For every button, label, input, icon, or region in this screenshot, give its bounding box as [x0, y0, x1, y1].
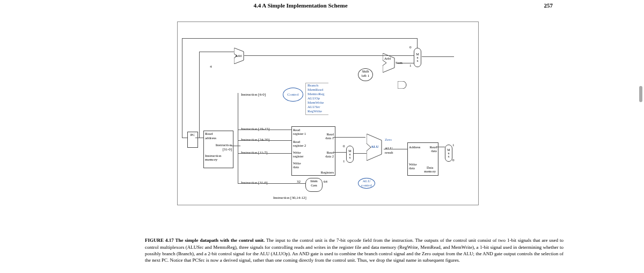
instr-6-0-label: Instruction [6-0] [241, 93, 266, 97]
datapath-diagram: PC Read address Instruction [31-0] Instr… [177, 21, 479, 205]
mux-alusrc: M u x [346, 146, 354, 163]
section-title: 4.4 A Simple Implementation Scheme [253, 2, 347, 9]
zero-label: Zero [385, 138, 392, 142]
mux-right-1: 1 [452, 143, 455, 148]
imm-64-label: 64 [324, 180, 327, 184]
mux-pcsrc: M u x [414, 48, 421, 67]
alu-result-label: ALU result [385, 147, 393, 155]
scrollbar-thumb[interactable] [639, 86, 642, 102]
mux-mid-0: 0 [343, 145, 345, 149]
instr-30-14-12-label: Instruction [30,14-12] [273, 196, 306, 200]
const-4-label: 4 [210, 65, 212, 69]
shift-left-block: Shift left 1 [358, 68, 373, 81]
mux-right-0: 0 [452, 159, 455, 163]
and-gate [398, 81, 407, 89]
registers-block: Read register 1 Read register 2 Write re… [291, 126, 335, 176]
page-header: 4.4 A Simple Implementation Scheme 257 [0, 2, 644, 9]
caption-lead: FIGURE 4.17 The simple datapath with the… [145, 238, 265, 243]
mux-mid-1: 1 [343, 160, 345, 164]
instruction-memory-block: Read address Instruction [31-0] Instruct… [203, 131, 233, 168]
instruction-memory-label: Instruction memory [205, 154, 232, 162]
data-memory-block: Address Read data Write data Data memory [407, 142, 438, 176]
mux-top-0: 0 [409, 46, 412, 50]
control-block: Control [283, 88, 303, 102]
page: 4.4 A Simple Implementation Scheme 257 P… [0, 0, 644, 273]
alu-control-block: ALU control [358, 178, 375, 189]
mux-top-1: 1 [409, 64, 412, 68]
read-address-label: Read address [205, 132, 232, 140]
imm-gen-block: Imm Gen [305, 178, 323, 192]
pc-block: PC [187, 132, 198, 148]
figure-caption: FIGURE 4.17 The simple datapath with the… [145, 237, 564, 263]
instruction-field-label: Instruction [31-0] [205, 143, 232, 152]
alu-block: ALU [367, 134, 386, 161]
mux-memtoreg: M u x [445, 145, 452, 162]
page-number: 257 [544, 2, 553, 9]
add-pc4-block: Add [234, 48, 248, 64]
